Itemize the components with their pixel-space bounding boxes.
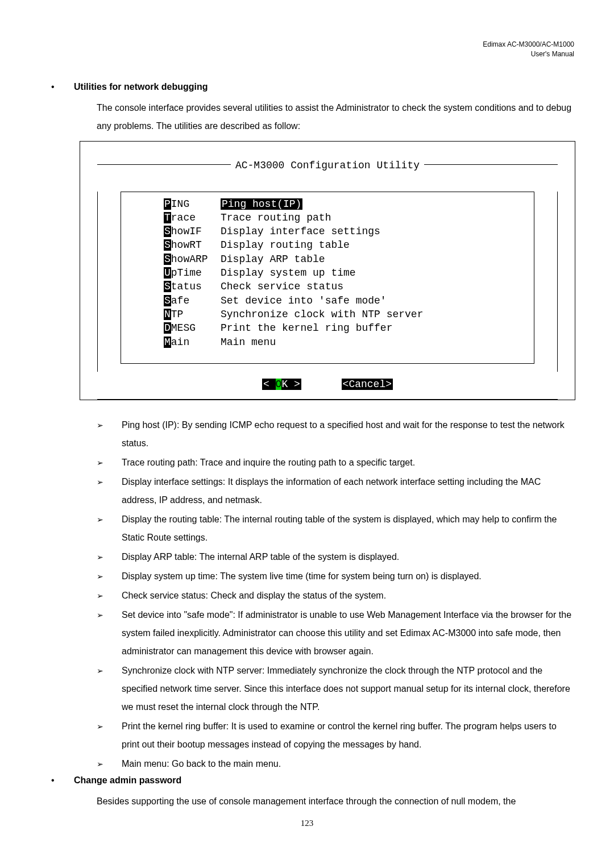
list-item: ➢Display interface settings: It displays…	[97, 473, 574, 509]
section-password-title: Change admin password	[74, 775, 574, 786]
terminal-buttons: < OK > <Cancel>	[80, 372, 575, 399]
terminal-menu-item[interactable]: StatusCheck service status	[124, 280, 531, 293]
arrow-icon: ➢	[97, 666, 103, 675]
terminal-menu-item[interactable]: ShowIFDisplay interface settings	[124, 225, 531, 238]
list-item: ➢Synchronize clock with NTP server: Imme…	[97, 662, 574, 716]
cancel-button[interactable]: <Cancel>	[342, 379, 393, 390]
arrow-icon: ➢	[97, 572, 103, 581]
terminal-menu-item[interactable]: NTPSynchronize clock with NTP server	[124, 308, 531, 321]
terminal-menu-item[interactable]: ShowRTDisplay routing table	[124, 238, 531, 252]
list-item: ➢Set device into "safe mode": If adminis…	[97, 606, 574, 661]
terminal-menu-item[interactable]: TraceTrace routing path	[124, 211, 531, 225]
list-item: ➢Main menu: Go back to the main menu.	[97, 755, 574, 773]
section-password-intro: Besides supporting the use of console ma…	[97, 792, 574, 811]
arrow-icon: ➢	[97, 591, 103, 600]
arrow-icon: ➢	[97, 477, 103, 487]
bullet-dot-icon: •	[40, 775, 74, 789]
terminal-screenshot: AC-M3000 Configuration Utility Please se…	[80, 141, 575, 401]
arrow-icon: ➢	[97, 553, 103, 562]
terminal-menu-item[interactable]: DMESGPrint the kernel ring buffer	[124, 321, 531, 335]
page-header: Edimax AC-M3000/AC-M1000 User's Manual	[40, 40, 574, 59]
terminal-menu-item[interactable]: PINGPing host(IP)	[124, 197, 531, 211]
terminal-menu-item[interactable]: UpTimeDisplay system up time	[124, 266, 531, 280]
page-number: 123	[40, 819, 574, 828]
list-item: ➢Display the routing table: The internal…	[97, 510, 574, 547]
terminal-menu-item[interactable]: MainMain menu	[124, 335, 531, 349]
list-item: ➢Ping host (IP): By sending ICMP echo re…	[97, 416, 574, 452]
section-utilities-title: Utilities for network debugging	[74, 82, 574, 92]
terminal-menu-item[interactable]: ShowARPDisplay ARP table	[124, 252, 531, 266]
list-item: ➢Print the kernel ring buffer: It is use…	[97, 717, 574, 754]
terminal-menu-item[interactable]: SafeSet device into 'safe mode'	[124, 294, 531, 308]
ok-button[interactable]: < OK >	[262, 379, 301, 390]
arrow-icon: ➢	[97, 421, 103, 430]
arrow-icon: ➢	[97, 759, 103, 769]
header-manual: User's Manual	[40, 49, 574, 59]
terminal-title: AC-M3000 Configuration Utility	[231, 160, 424, 171]
header-product: Edimax AC-M3000/AC-M1000	[40, 40, 574, 49]
arrow-icon: ➢	[97, 610, 103, 620]
arrow-icon: ➢	[97, 515, 103, 524]
section-utilities-intro: The console interface provides several u…	[97, 99, 574, 135]
arrow-icon: ➢	[97, 458, 103, 467]
arrow-icon: ➢	[97, 722, 103, 731]
terminal-menu: PINGPing host(IP)TraceTrace routing path…	[121, 192, 534, 364]
feature-list: ➢Ping host (IP): By sending ICMP echo re…	[97, 416, 574, 773]
list-item: ➢Trace routing path: Trace and inquire t…	[97, 454, 574, 472]
bullet-dot-icon: •	[40, 82, 74, 95]
list-item: ➢Check service status: Check and display…	[97, 587, 574, 605]
list-item: ➢Display ARP table: The internal ARP tab…	[97, 548, 574, 566]
list-item: ➢Display system up time: The system live…	[97, 567, 574, 585]
